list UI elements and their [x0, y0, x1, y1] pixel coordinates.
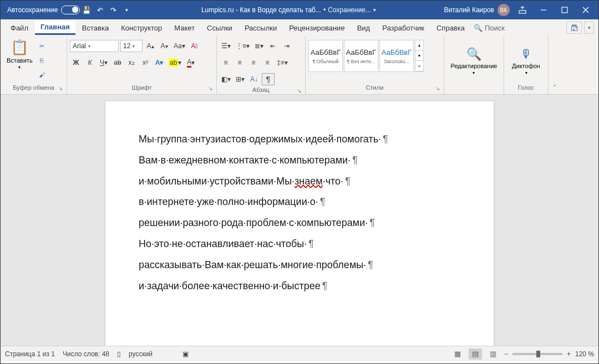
grow-font-button[interactable]: A▴ — [144, 40, 156, 52]
zoom-slider[interactable] — [512, 353, 562, 355]
tab-developer[interactable]: Разработчик — [377, 22, 430, 34]
share-button[interactable]: 🖆 — [566, 22, 582, 34]
format-painter-button[interactable]: 🖌 — [36, 69, 48, 81]
font-size-combo[interactable]: 12▾ — [120, 40, 143, 52]
user-name: Виталий Каиров — [444, 6, 494, 14]
strike-button[interactable]: ab — [111, 57, 124, 69]
autosave-toggle[interactable] — [61, 6, 80, 14]
align-right-button[interactable]: ≡ — [247, 57, 260, 69]
zoom-in-button[interactable]: + — [567, 350, 571, 358]
clipboard-label: Буфер обмена — [13, 84, 54, 91]
word-count[interactable]: Число слов: 48 — [63, 350, 109, 358]
comments-dropdown[interactable]: ▾ — [584, 22, 594, 34]
zoom-level[interactable]: 120 % — [575, 350, 594, 358]
increase-indent-button[interactable]: ⇥ — [281, 40, 293, 52]
bullets-button[interactable]: ☰▾ — [220, 40, 232, 52]
undo-icon[interactable]: ↶ — [95, 5, 105, 15]
tab-view[interactable]: Вид — [352, 22, 376, 34]
dialog-launcher-icon[interactable]: ↘ — [58, 85, 63, 91]
group-voice: 🎙 Диктофон ▾ Голос — [504, 36, 549, 94]
shrink-font-button[interactable]: A▾ — [158, 40, 170, 52]
font-label: Шрифт — [131, 84, 151, 91]
numbering-button[interactable]: ⋮≡▾ — [234, 40, 251, 52]
styles-gallery-scroll[interactable]: ▴▾▿ — [415, 40, 424, 72]
sort-button[interactable]: A↓ — [248, 73, 260, 85]
align-left-button[interactable]: ≡ — [220, 57, 232, 69]
search-box[interactable]: 🔍 Поиск — [474, 24, 505, 32]
font-name-combo[interactable]: Arial▾ — [70, 40, 119, 52]
tab-home[interactable]: Главная — [35, 20, 75, 35]
multilevel-button[interactable]: ≣▾ — [253, 40, 265, 52]
svg-rect-2 — [562, 7, 567, 13]
page: Мы·группа·энтузиастов·одержимых·идеей·по… — [105, 101, 494, 346]
group-font: Arial▾ 12▾ A▴ A▾ Aa▾ A⃠ Ж К Ч▾ ab x₂ x² … — [67, 36, 217, 94]
borders-button[interactable]: ⊞▾ — [234, 73, 246, 85]
minimize-icon[interactable] — [533, 1, 554, 19]
brush-icon: 🖌 — [38, 70, 47, 79]
page-status[interactable]: Страница 1 из 1 — [5, 350, 55, 358]
style-nospacing[interactable]: АаБбВвГ¶ Без инте... — [344, 40, 378, 72]
ribbon-display-options-icon[interactable] — [512, 1, 533, 19]
editing-dropdown[interactable]: 🔍 Редактирование ▾ — [448, 46, 501, 76]
tab-help[interactable]: Справка — [431, 22, 470, 34]
show-hide-pilcrow-button[interactable]: ¶ — [262, 73, 275, 85]
autosave-group: Автосохранение — [7, 6, 80, 14]
web-layout-button[interactable]: ▥ — [486, 348, 500, 360]
qat-dropdown-icon[interactable]: ▾ — [121, 5, 131, 15]
language-status[interactable]: русский — [129, 350, 153, 358]
dialog-launcher-icon[interactable]: ↘ — [297, 88, 301, 94]
redo-icon[interactable]: ↷ — [108, 5, 118, 15]
tab-review[interactable]: Рецензирование — [283, 22, 350, 34]
paste-button[interactable]: 📋 Вставить ▾ — [3, 38, 36, 71]
decrease-indent-button[interactable]: ⇤ — [267, 40, 279, 52]
line-spacing-button[interactable]: ‡≡▾ — [275, 57, 290, 69]
spell-check-icon[interactable]: ▯ — [117, 350, 121, 358]
copy-button[interactable]: ⎘ — [36, 54, 48, 66]
style-normal[interactable]: АаБбВвГ¶ Обычный — [308, 40, 343, 72]
shading-button[interactable]: ◧▾ — [220, 73, 232, 85]
tab-design[interactable]: Конструктор — [115, 22, 167, 34]
font-color-button[interactable]: A▾ — [185, 57, 197, 69]
highlight-button[interactable]: ab▾ — [167, 57, 183, 69]
tab-layout[interactable]: Макет — [169, 22, 200, 34]
autosave-label: Автосохранение — [7, 6, 58, 14]
group-clipboard: 📋 Вставить ▾ ✂ ⎘ 🖌 Буфер обмена↘ — [1, 36, 67, 94]
maximize-icon[interactable] — [554, 1, 575, 19]
styles-label: Стили — [366, 84, 384, 91]
statusbar: Страница 1 из 1 Число слов: 48 ▯ русский… — [1, 346, 598, 361]
change-case-button[interactable]: Aa▾ — [172, 40, 187, 52]
read-mode-button[interactable]: ▦ — [451, 348, 464, 360]
zoom-out-button[interactable]: − — [504, 350, 508, 358]
document-text[interactable]: Мы·группа·энтузиастов·одержимых·идеей·по… — [139, 129, 460, 296]
style-heading1[interactable]: АаБбВвГЗаголово... — [379, 40, 414, 72]
tab-references[interactable]: Ссылки — [201, 22, 238, 34]
tab-file[interactable]: Файл — [5, 22, 34, 34]
macro-icon[interactable]: ▣ — [182, 350, 189, 358]
dialog-launcher-icon[interactable]: ↘ — [208, 85, 212, 91]
document-area[interactable]: Мы·группа·энтузиастов·одержимых·идеей·по… — [1, 95, 598, 346]
microphone-icon: 🎙 — [520, 47, 532, 61]
group-paragraph: ☰▾ ⋮≡▾ ≣▾ ⇤ ⇥ ≡ ≡ ≡ ≡ ‡≡▾ ◧▾ ⊞▾ A↓ ¶ Абз… — [217, 36, 306, 94]
align-center-button[interactable]: ≡ — [233, 57, 246, 69]
justify-button[interactable]: ≡ — [261, 57, 273, 69]
save-icon[interactable]: 💾 — [82, 5, 92, 15]
clear-format-button[interactable]: A⃠ — [189, 40, 201, 52]
find-icon: 🔍 — [466, 47, 481, 61]
user-area[interactable]: Виталий Каиров ВК — [444, 4, 510, 16]
underline-button[interactable]: Ч▾ — [98, 57, 110, 69]
tab-mailings[interactable]: Рассылки — [239, 22, 282, 34]
cut-button[interactable]: ✂ — [36, 40, 48, 52]
superscript-button[interactable]: x² — [139, 57, 151, 69]
bold-button[interactable]: Ж — [70, 57, 82, 69]
italic-button[interactable]: К — [84, 57, 96, 69]
subscript-button[interactable]: x₂ — [125, 57, 138, 69]
avatar: ВК — [498, 4, 510, 16]
text-effects-button[interactable]: A▾ — [153, 57, 165, 69]
print-layout-button[interactable]: ▤ — [469, 348, 482, 360]
paste-label: Вставить — [7, 57, 33, 64]
dialog-launcher-icon[interactable]: ↘ — [435, 85, 440, 91]
tab-insert[interactable]: Вставка — [77, 22, 114, 34]
collapse-ribbon-button[interactable]: ˅ — [549, 36, 561, 94]
close-icon[interactable] — [575, 1, 596, 19]
dictate-button[interactable]: 🎙 Диктофон ▾ — [509, 46, 544, 76]
